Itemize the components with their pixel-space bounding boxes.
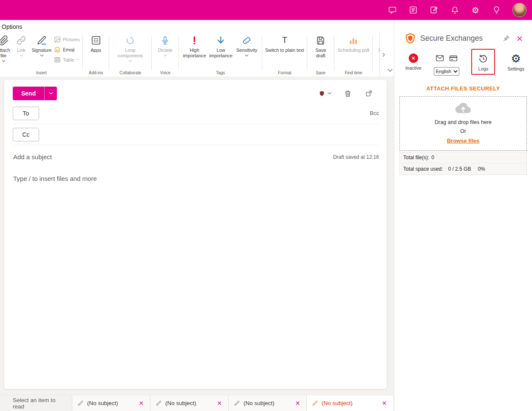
cc-row: Cc [4,124,387,145]
table-button[interactable]: Table [54,55,80,65]
floppy-icon [315,33,326,48]
to-button[interactable]: To [13,107,39,120]
logs-button[interactable]: Logs [471,49,495,75]
ribbon-group-collaborate: Loop components Collaborate [109,31,152,76]
high-importance-button[interactable]: High importance [182,32,207,59]
credit-card-icon[interactable] [449,53,458,63]
image-icon [54,36,61,43]
panel-toolbar: × Inactive English [394,44,532,76]
draft-tab-active[interactable]: (No subject) [307,395,393,411]
feed-icon[interactable] [408,6,418,15]
encryption-shield-icon [319,90,325,97]
history-icon [478,53,488,64]
settings-button[interactable]: ⚙ Settings [507,53,524,71]
signature-button[interactable]: Signature [29,32,54,57]
envelope-icon[interactable] [435,53,444,63]
switch-plain-text-button[interactable]: T Switch to plain text [265,32,304,53]
scheduling-poll-button[interactable]: Scheduling poll [337,32,370,53]
pictures-button[interactable]: Pictures [54,34,80,44]
ribbon-tab-options[interactable]: Options [1,23,23,31]
editor-button[interactable]: Editor [376,32,379,57]
loop-icon [125,33,136,48]
ribbon-group-tags: High importance Low importance [179,31,262,76]
ribbon-group-voice: Dictate Voice [152,31,179,76]
pencil-icon [77,400,84,406]
low-importance-button[interactable]: Low importance [207,32,235,59]
draft-tabs-bar: Select an item to read (No subject) (No … [0,395,393,411]
sensitivity-icon [241,33,252,48]
pencil-icon [156,400,162,406]
draft-tab-2[interactable]: (No subject) [150,395,229,411]
open-in-new-window-icon[interactable] [364,88,374,99]
ribbon-overflow-button[interactable] [379,33,387,76]
chat-icon[interactable] [388,6,397,15]
outlook-suite-header: ⚙ [0,0,532,20]
browse-files-link[interactable]: Browse files [447,138,480,144]
discard-trash-icon[interactable] [342,88,353,99]
link-button[interactable]: Link [13,32,29,57]
message-body-editor[interactable]: Type / to insert files and more [4,163,387,346]
draft-tab-3[interactable]: (No subject) [229,395,307,411]
language-control: English [434,53,459,76]
settings-gear-icon[interactable]: ⚙ [471,6,480,15]
emoji-button[interactable]: Emoji [54,45,80,54]
close-panel-icon[interactable] [517,36,523,42]
inactive-status-icon: × [409,53,418,63]
chevron-down-icon [76,59,79,61]
pencil-icon [312,400,318,406]
chevron-right-icon [382,53,385,57]
pencil-icon [234,400,240,406]
chevron-down-icon [128,60,132,62]
compose-card: Send [4,80,387,389]
close-tab-icon[interactable] [137,400,145,407]
ribbon-group-findtime: Scheduling poll Find time [334,31,373,76]
pin-icon[interactable] [503,35,510,42]
signature-icon [37,33,47,48]
panel-title: Secure Exchanges [420,34,503,43]
table-icon [54,56,61,63]
bcc-button[interactable]: Bcc [370,110,379,116]
body-placeholder: Type / to insert files and more [13,175,97,182]
dictate-button[interactable]: Dictate [155,32,176,57]
ribbon-group-save: Save draft Save [307,31,334,76]
attach-file-button[interactable]: Attach file [0,32,13,62]
send-button[interactable]: Send [13,87,44,100]
loop-components-button[interactable]: Loop components [112,32,149,62]
subject-input[interactable] [13,153,333,160]
svg-text:T: T [282,35,287,45]
cc-input[interactable] [43,131,375,138]
chevron-down-icon [163,54,167,57]
apps-button[interactable]: Apps [86,32,106,53]
to-input[interactable] [43,110,365,117]
notes-icon[interactable] [429,6,439,15]
chevron-down-icon [20,54,23,57]
ribbon-buttons-row: Attach file Link [0,31,379,76]
panel-header: Secure Exchanges [394,20,532,44]
save-draft-button[interactable]: Save draft [310,32,331,59]
to-row: To Bcc [4,103,387,124]
close-tab-icon[interactable] [215,400,223,407]
file-dropzone[interactable]: Drag and drop files here Or Browse files [399,96,527,151]
ribbon-collapse-chevron-icon[interactable] [387,67,393,73]
draft-tab-1[interactable]: (No subject) [72,395,150,411]
send-dropdown-button[interactable] [44,87,57,100]
close-tab-icon[interactable] [294,400,301,407]
close-tab-icon[interactable] [380,400,388,407]
dropzone-text: Drag and drop files here [403,119,523,125]
mail-compose-area: Options Attach file [0,20,394,411]
cloud-upload-icon [454,101,473,115]
encryption-options-button[interactable] [319,90,331,97]
sensitivity-button[interactable]: Sensitivity [235,32,259,57]
chevron-down-icon [245,54,249,57]
profile-avatar[interactable] [512,3,526,17]
tips-lightbulb-icon[interactable] [492,6,501,15]
notifications-bell-icon[interactable] [450,6,459,15]
reading-pane-tab[interactable]: Select an item to read [0,395,72,411]
exclamation-icon [189,33,200,48]
send-row: Send [4,80,387,103]
language-select[interactable]: English [434,67,459,76]
attach-files-heading: ATTACH FILES SECURELY [394,85,532,92]
outlook-window: ⚙ Options Attach fi [0,0,532,411]
cc-button[interactable]: Cc [13,128,39,141]
status-inactive-button[interactable]: × Inactive [405,53,422,70]
